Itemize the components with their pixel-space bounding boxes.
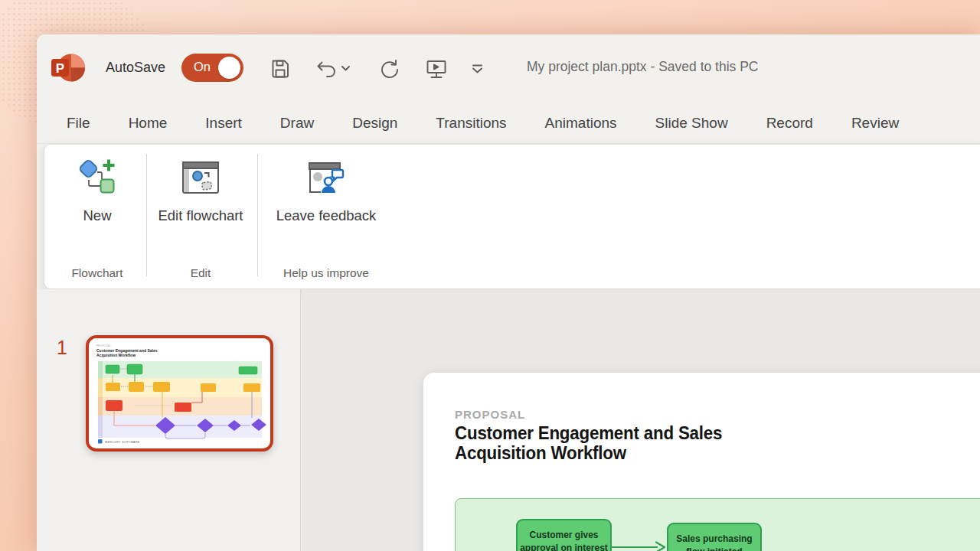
undo-dropdown-chevron-icon <box>342 67 349 70</box>
leave-feedback-button[interactable]: Leave feedback <box>265 145 387 259</box>
undo-icon <box>315 58 350 80</box>
edit-flowchart-label: Edit flowchart <box>151 204 250 227</box>
document-title: My project plan.pptx - Saved to this PC <box>527 59 759 75</box>
titlebar: P AutoSave On <box>37 34 980 103</box>
tab-review[interactable]: Review <box>851 115 899 132</box>
slide-page[interactable]: PROPOSAL Customer Engagement and Sales A… <box>423 373 980 551</box>
flow-box-sales-purchasing[interactable]: Sales purchasing flow initiated <box>667 523 762 551</box>
editor-canvas: PROPOSAL Customer Engagement and Sales A… <box>302 289 980 551</box>
svg-text:PROPOSAL: PROPOSAL <box>96 344 111 347</box>
ribbon-divider <box>146 154 147 276</box>
new-button-label: New <box>59 204 136 227</box>
slide-title-line2: Acquisition Workflow <box>455 443 722 463</box>
slide-title: Customer Engagement and Sales Acquisitio… <box>455 423 722 463</box>
tab-record[interactable]: Record <box>766 115 813 132</box>
leave-feedback-label: Leave feedback <box>265 204 387 227</box>
group-label-edit: Edit <box>151 266 250 280</box>
thumbnail-brand: MERCURY SOFTWARE <box>105 441 140 444</box>
tab-insert[interactable]: Insert <box>205 115 242 132</box>
slide-thumbnail[interactable]: PROPOSAL Customer Engagement and Sales A… <box>86 335 273 452</box>
slide-title-line1: Customer Engagement and Sales <box>455 423 722 443</box>
toggle-knob <box>218 57 240 79</box>
edit-flowchart-button[interactable]: Edit flowchart <box>151 145 250 259</box>
ribbon: New Flowchart Edit flowchart Edit <box>44 144 980 289</box>
autosave-label: AutoSave <box>106 60 165 76</box>
tab-home[interactable]: Home <box>129 115 168 132</box>
tab-animations[interactable]: Animations <box>545 115 617 132</box>
flow-box-customer-approval[interactable]: Customer gives approval on interest <box>516 519 612 551</box>
redo-icon <box>379 58 400 80</box>
present-icon <box>425 58 448 80</box>
slide-thumbnail-panel: 1 PROPOSAL Customer Engagement and Sales… <box>37 289 301 551</box>
svg-text:Acquisition Workflow: Acquisition Workflow <box>96 353 136 357</box>
slide-eyebrow: PROPOSAL <box>455 408 525 421</box>
slide-number: 1 <box>57 337 67 359</box>
lane-label-customer: Customer <box>468 530 481 551</box>
autosave-toggle[interactable]: On <box>181 54 243 82</box>
tab-draw[interactable]: Draw <box>280 115 314 132</box>
chevron-down-icon <box>472 64 483 73</box>
tab-transitions[interactable]: Transitions <box>436 115 506 132</box>
tab-slide-show[interactable]: Slide Show <box>655 115 728 132</box>
slide-thumbnail-preview: PROPOSAL Customer Engagement and Sales A… <box>89 338 270 448</box>
new-flowchart-button[interactable]: New <box>59 145 136 259</box>
new-flowchart-icon <box>77 157 118 198</box>
save-button[interactable] <box>266 54 295 83</box>
ribbon-divider <box>257 154 258 276</box>
tab-bar: File Home Insert Draw Design Transitions… <box>37 103 980 144</box>
powerpoint-logo-icon: P <box>50 50 86 86</box>
redo-button[interactable] <box>375 54 404 83</box>
save-icon <box>269 57 292 80</box>
leave-feedback-icon <box>305 157 348 198</box>
powerpoint-window: P AutoSave On <box>37 34 980 551</box>
flow-arrow-icon <box>612 541 667 551</box>
autosave-state: On <box>194 60 211 74</box>
tab-design[interactable]: Design <box>352 115 397 132</box>
swimlane-panel: Customer Customer gives approval on inte… <box>455 498 980 551</box>
group-label-flowchart: Flowchart <box>59 266 136 280</box>
logo-letter: P <box>56 61 64 76</box>
group-label-help-us-improve: Help us improve <box>265 266 387 280</box>
undo-button[interactable] <box>312 54 352 83</box>
workspace: 1 PROPOSAL Customer Engagement and Sales… <box>37 289 980 551</box>
ribbon-options-button[interactable] <box>466 54 488 83</box>
edit-flowchart-icon <box>179 157 222 198</box>
tab-file[interactable]: File <box>67 115 90 132</box>
present-button[interactable] <box>422 54 451 83</box>
